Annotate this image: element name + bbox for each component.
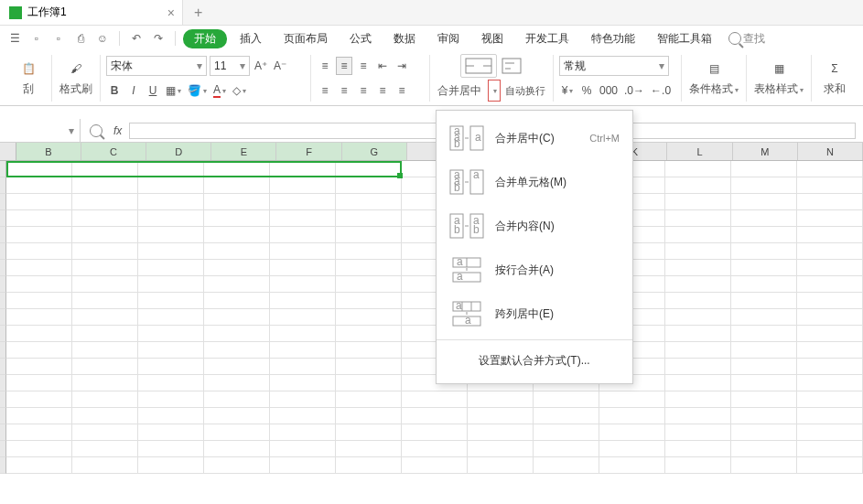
tab-formula[interactable]: 公式 <box>340 29 381 48</box>
increase-decimal-button[interactable]: .0→ <box>622 81 646 100</box>
col-header[interactable]: L <box>667 143 732 160</box>
col-header[interactable]: G <box>342 143 407 160</box>
increase-font-button[interactable]: A⁺ <box>253 57 269 75</box>
underline-button[interactable]: U <box>145 81 161 100</box>
tab-dev[interactable]: 开发工具 <box>516 29 578 48</box>
row-header[interactable] <box>0 194 6 210</box>
row-header[interactable] <box>0 408 6 424</box>
align-left-button[interactable]: ≡ <box>317 81 333 100</box>
fill-color-button[interactable]: 🪣▾ <box>186 81 209 100</box>
tab-special[interactable]: 特色功能 <box>582 29 644 48</box>
svg-text:b: b <box>454 181 460 194</box>
border-button[interactable]: ▦▾ <box>164 81 183 100</box>
add-tab-button[interactable]: + <box>183 5 213 21</box>
row-header[interactable] <box>0 177 6 194</box>
search-button[interactable]: 查找 <box>728 31 765 47</box>
cells-area[interactable]: // generate blank cell rows (function(){… <box>6 161 863 474</box>
font-color-button[interactable]: A▾ <box>211 81 228 100</box>
qat-btn-1[interactable]: ☰ <box>5 29 24 48</box>
row-header[interactable] <box>0 359 6 375</box>
search-icon <box>728 32 741 45</box>
row-header[interactable] <box>0 293 6 309</box>
percent-button[interactable]: % <box>578 81 595 100</box>
col-header[interactable]: E <box>211 143 276 160</box>
tab-view[interactable]: 视图 <box>472 29 512 48</box>
tab-data[interactable]: 数据 <box>384 29 425 48</box>
col-header[interactable]: F <box>276 143 341 160</box>
justify-button[interactable]: ≡ <box>374 81 391 100</box>
row-header[interactable] <box>0 457 6 474</box>
row-header[interactable] <box>0 309 6 326</box>
row-header[interactable] <box>0 276 6 293</box>
row-header[interactable] <box>0 227 6 243</box>
font-name-select[interactable]: 宋体▾ <box>106 56 207 76</box>
row-header[interactable] <box>0 243 6 260</box>
wrap-text-button[interactable]: 自动换行 <box>503 81 547 100</box>
row-header[interactable] <box>0 260 6 276</box>
col-header[interactable]: N <box>798 143 863 160</box>
merge-dropdown-button[interactable]: ▾ <box>488 80 501 102</box>
merge-cells-item[interactable]: aaba 合并单元格(M) <box>437 160 632 204</box>
italic-button[interactable]: I <box>125 81 142 100</box>
merge-content-item[interactable]: abab 合并内容(N) <box>437 204 632 248</box>
align-right-button[interactable]: ≡ <box>355 81 372 100</box>
tab-layout[interactable]: 页面布局 <box>275 29 337 48</box>
paste-button[interactable]: 📋 刮 <box>11 55 46 99</box>
row-header[interactable] <box>0 342 6 359</box>
align-bottom-button[interactable]: ≡ <box>355 57 372 75</box>
close-icon[interactable]: × <box>167 5 175 20</box>
tab-insert[interactable]: 插入 <box>231 29 271 48</box>
format-painter-button[interactable]: 🖌 格式刷 <box>58 55 94 99</box>
qat-btn-2[interactable]: ▫ <box>27 29 46 48</box>
col-header[interactable]: B <box>16 143 81 160</box>
currency-button[interactable]: ¥▾ <box>559 81 576 100</box>
align-top-button[interactable]: ≡ <box>317 57 333 75</box>
decrease-font-button[interactable]: A⁻ <box>272 57 288 75</box>
row-header[interactable] <box>0 326 6 342</box>
name-box[interactable]: ▾ <box>0 119 81 142</box>
print-icon[interactable]: ⎙ <box>71 29 90 48</box>
merge-center-item[interactable]: aaba 合并居中(C) Ctrl+M <box>437 116 632 160</box>
conditional-format-button[interactable]: ▤ 条件格式▾ <box>687 55 740 99</box>
distribute-button[interactable]: ≡ <box>394 81 410 100</box>
number-format-select[interactable]: 常规▾ <box>559 56 669 76</box>
merge-row-item[interactable]: aa 按行合并(A) <box>437 248 632 292</box>
decrease-decimal-button[interactable]: ←.0 <box>649 81 673 100</box>
conditional-format-icon: ▤ <box>703 58 725 80</box>
font-group: 宋体▾ 11▾ A⁺ A⁻ B I U ▦▾ 🪣▾ A▾ ◇▾ <box>101 55 311 102</box>
row-header[interactable] <box>0 391 6 408</box>
font-size-select[interactable]: 11▾ <box>210 56 250 76</box>
sum-button[interactable]: Σ 求和 <box>817 55 852 99</box>
select-all-corner[interactable] <box>0 143 16 160</box>
workbook-tab[interactable]: 工作簿1 × <box>0 0 183 25</box>
row-header[interactable] <box>0 210 6 227</box>
preview-icon[interactable]: ☺ <box>93 29 112 48</box>
align-center-button[interactable]: ≡ <box>336 81 352 100</box>
merge-main-button[interactable] <box>460 54 497 78</box>
row-header[interactable] <box>0 441 6 457</box>
col-header[interactable]: M <box>733 143 798 160</box>
undo-icon[interactable]: ↶ <box>127 29 146 48</box>
row-header[interactable] <box>0 424 6 441</box>
merge-center-button[interactable]: 合并居中 <box>436 81 483 100</box>
tab-smart[interactable]: 智能工具箱 <box>648 29 721 48</box>
merge-default-item[interactable]: 设置默认合并方式(T)... <box>437 344 632 378</box>
comma-button[interactable]: 000 <box>598 81 620 100</box>
row-header[interactable] <box>0 161 6 177</box>
fx-search-icon[interactable] <box>88 122 106 140</box>
table-style-button[interactable]: ▦ 表格样式▾ <box>752 55 805 99</box>
indent-decrease-button[interactable]: ⇤ <box>374 57 391 75</box>
tab-review[interactable]: 审阅 <box>428 29 469 48</box>
bold-button[interactable]: B <box>106 81 123 100</box>
redo-icon[interactable]: ↷ <box>149 29 167 48</box>
tab-start[interactable]: 开始 <box>183 29 227 48</box>
merge-across-item[interactable]: aa 跨列居中(E) <box>437 292 632 336</box>
col-header[interactable]: D <box>146 143 211 160</box>
indent-increase-button[interactable]: ⇥ <box>394 57 410 75</box>
qat-btn-3[interactable]: ▫ <box>49 29 68 48</box>
wrap-text-icon-button[interactable] <box>500 57 523 75</box>
row-header[interactable] <box>0 375 6 391</box>
clear-format-button[interactable]: ◇▾ <box>231 81 248 100</box>
col-header[interactable]: C <box>81 143 146 160</box>
align-middle-button[interactable]: ≡ <box>336 57 352 75</box>
